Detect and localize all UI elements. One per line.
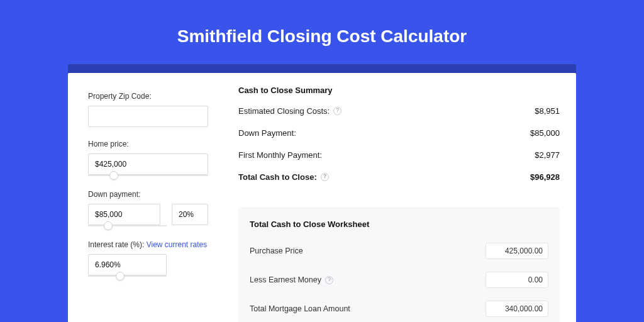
help-icon[interactable] xyxy=(333,107,341,115)
zip-label: Property Zip Code: xyxy=(88,92,208,101)
down-payment-field: Down payment: xyxy=(88,190,208,226)
summary-total-value: $96,928 xyxy=(530,172,560,182)
worksheet-row-input[interactable] xyxy=(486,243,548,259)
summary-row: Down Payment: $85,000 xyxy=(238,128,560,138)
worksheet-title: Total Cash to Close Worksheet xyxy=(250,219,548,229)
home-price-label: Home price: xyxy=(88,140,208,148)
down-payment-input[interactable] xyxy=(88,204,160,225)
summary-total-label: Total Cash to Close: xyxy=(238,172,317,182)
worksheet-row-input[interactable] xyxy=(486,301,548,317)
summary-row-value: $8,951 xyxy=(535,106,560,116)
interest-field: Interest rate (%): View current rates xyxy=(88,240,208,277)
results-main: Cash to Close Summary Estimated Closing … xyxy=(222,73,576,322)
summary-row: Estimated Closing Costs: $8,951 xyxy=(238,106,560,116)
worksheet-row-label: Total Mortgage Loan Amount xyxy=(250,304,350,313)
help-icon[interactable] xyxy=(321,173,329,181)
home-price-slider-thumb[interactable] xyxy=(109,171,118,180)
worksheet-row: Total Mortgage Loan Amount xyxy=(250,301,548,317)
down-payment-slider-thumb[interactable] xyxy=(104,221,113,230)
summary-row: First Monthly Payment: $2,977 xyxy=(238,150,560,160)
home-price-slider[interactable] xyxy=(88,175,208,176)
help-icon[interactable] xyxy=(325,276,333,284)
summary-row-value: $2,977 xyxy=(535,150,560,160)
worksheet-row-input[interactable] xyxy=(486,272,548,288)
interest-label: Interest rate (%): View current rates xyxy=(88,240,208,249)
down-payment-slider[interactable] xyxy=(88,225,167,226)
home-price-input[interactable] xyxy=(88,153,208,175)
zip-field: Property Zip Code: xyxy=(88,92,208,127)
interest-slider[interactable] xyxy=(88,275,167,277)
page-title: Smithfield Closing Cost Calculator xyxy=(0,0,644,47)
summary-row-value: $85,000 xyxy=(530,128,560,138)
summary-title: Cash to Close Summary xyxy=(238,86,560,95)
view-current-rates-link[interactable]: View current rates xyxy=(147,240,208,249)
summary-row-label: Down Payment: xyxy=(238,128,296,138)
summary-row-label: First Monthly Payment: xyxy=(238,150,322,160)
inputs-sidebar: Property Zip Code: Home price: Down paym… xyxy=(68,73,222,322)
down-payment-label: Down payment: xyxy=(88,190,208,199)
summary-row-label: Estimated Closing Costs: xyxy=(238,106,330,116)
down-payment-pct-input[interactable] xyxy=(172,204,208,225)
worksheet-row: Less Earnest Money xyxy=(250,272,548,288)
worksheet-row-label: Less Earnest Money xyxy=(250,275,321,284)
calculator-card: Property Zip Code: Home price: Down paym… xyxy=(68,73,576,322)
worksheet-panel: Total Cash to Close Worksheet Purchase P… xyxy=(238,207,560,322)
worksheet-row-label: Purchase Price xyxy=(250,247,303,255)
worksheet-row: Purchase Price xyxy=(250,243,548,259)
home-price-field: Home price: xyxy=(88,140,208,176)
interest-input[interactable] xyxy=(88,254,167,275)
zip-input[interactable] xyxy=(88,106,208,127)
summary-panel: Cash to Close Summary Estimated Closing … xyxy=(238,86,560,201)
summary-total-row: Total Cash to Close: $96,928 xyxy=(238,172,560,182)
interest-label-text: Interest rate (%): xyxy=(88,240,144,249)
interest-slider-thumb[interactable] xyxy=(116,272,125,280)
